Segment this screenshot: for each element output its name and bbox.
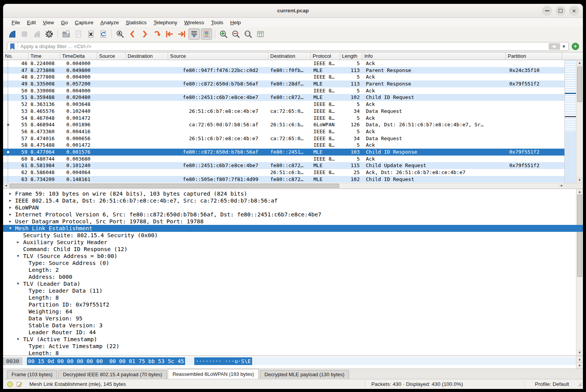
detail-line-18[interactable]: Data Version: 95 — [3, 315, 583, 322]
minimize-button[interactable] — [542, 6, 552, 16]
scroll-down-icon[interactable]: ▼ — [576, 362, 583, 369]
packet-row-57[interactable]: 578.4740160.00065626:51:c6:b7:e8:ce:4b:e… — [3, 135, 564, 142]
packet-row-50[interactable]: 508.3390080.004000IEEE 8…5Ack — [3, 87, 564, 94]
start-capture-button[interactable] — [7, 28, 18, 40]
display-filter-input[interactable]: Apply a display filter ... <Ctrl-/> ▼ — [7, 42, 569, 51]
restart-capture-button[interactable] — [31, 28, 42, 40]
expand-arrow-icon[interactable]: ▸ — [9, 218, 12, 225]
hex-bytes[interactable]: 00 15 0d 00 00 00 00 00 00 00 01 75 bb 5… — [27, 357, 185, 365]
column-header-no-0[interactable]: No. — [3, 52, 29, 60]
column-header-info-9[interactable]: Info — [362, 52, 506, 60]
save-file-button[interactable] — [73, 28, 84, 40]
column-header-length-8[interactable]: Length — [340, 52, 362, 60]
hscroll-track[interactable] — [9, 183, 559, 188]
detail-line-12[interactable]: Address: b000 — [3, 273, 583, 280]
byte-tab-3[interactable]: Decrypted MLE payload (130 bytes) — [260, 370, 349, 379]
collapse-arrow-icon[interactable]: ▾ — [17, 336, 19, 343]
go-first-packet-button[interactable] — [164, 28, 175, 40]
detail-line-8[interactable]: Command: Child ID Response (12) — [3, 246, 583, 253]
add-filter-button[interactable]: + — [572, 43, 579, 50]
packet-row-54[interactable]: 548.4670480.001472IEEE 8…5Ack — [3, 115, 564, 122]
packet-row-56[interactable]: 568.4733600.004416IEEE 8…5Ack — [3, 128, 564, 135]
find-packet-button[interactable]: A — [115, 28, 126, 40]
capture-options-button[interactable] — [44, 28, 55, 40]
zoom-out-button[interactable] — [230, 28, 241, 40]
packet-row-61[interactable]: 618.5819840.101240fe80::2451:c6b7:e8ce:4… — [3, 162, 564, 169]
detail-line-4[interactable]: ▸User Datagram Protocol, Src Port: 19788… — [3, 218, 583, 225]
detail-line-23[interactable]: Length: 8 — [3, 350, 583, 355]
packet-row-47[interactable]: 478.2738080.049800fe80::947f:f476:22bc:c… — [3, 67, 564, 74]
detail-line-13[interactable]: ▾TLV (Leader Data) — [3, 280, 583, 287]
packet-row-63[interactable]: 638.7342090.148161fe80::505e:f807:7f81:4… — [3, 176, 564, 183]
expand-arrow-icon[interactable]: ▸ — [9, 197, 12, 204]
resize-grip[interactable] — [577, 382, 582, 388]
title-bar[interactable]: current.pcap × — [3, 4, 583, 18]
zoom-in-button[interactable] — [218, 28, 229, 40]
detail-line-7[interactable]: ▸Auxiliary Security Header — [3, 239, 583, 246]
menu-item-view[interactable]: View — [39, 19, 57, 26]
menu-item-file[interactable]: File — [8, 19, 24, 26]
detail-line-9[interactable]: ▾TLV (Source Address = b0:00) — [3, 253, 583, 260]
detail-line-0[interactable]: ▸Frame 59: 103 bytes on wire (824 bits),… — [3, 190, 583, 197]
resize-columns-button[interactable] — [255, 28, 266, 40]
column-header-destination-4[interactable]: Destination — [126, 52, 168, 60]
packet-row-62[interactable]: 628.5860480.00406426:51:c6:b…IEEE 8…25Ac… — [3, 169, 564, 176]
maximize-button[interactable] — [556, 6, 566, 16]
menu-item-telephony[interactable]: Telephony — [150, 19, 181, 26]
scroll-left-icon[interactable]: ◀ — [3, 183, 9, 188]
packet-list-minimap[interactable] — [564, 60, 576, 183]
expand-arrow-icon[interactable]: ▸ — [9, 204, 12, 211]
byte-tab-2[interactable]: Reassembled 6LoWPAN (193 bytes) — [168, 369, 258, 379]
packet-row-49[interactable]: 498.3350080.057200fe80::c872:650d:b7b8:5… — [3, 80, 564, 87]
scroll-track[interactable] — [576, 66, 583, 177]
packet-row-59[interactable]: 598.4770640.001576fe80::c872:650d:b7b8:5… — [3, 149, 564, 156]
detail-line-22[interactable]: Type: Active Timestamp (22) — [3, 343, 583, 350]
filter-bookmark-icon[interactable] — [7, 42, 18, 50]
byte-tab-0[interactable]: Frame (103 bytes) — [7, 370, 57, 379]
menu-item-capture[interactable]: Capture — [71, 19, 97, 26]
menu-item-tools[interactable]: Tools — [208, 19, 227, 26]
scroll-right-icon[interactable]: ▶ — [559, 183, 565, 188]
detail-line-1[interactable]: ▸IEEE 802.15.4 Data, Dst: 26:51:c6:b7:e8… — [3, 197, 583, 204]
collapse-arrow-icon[interactable]: ▾ — [17, 253, 19, 260]
packet-row-55[interactable]: 558.4689440.001896ca:72:65:0d:b7:b8:56:a… — [3, 121, 564, 128]
detail-line-11[interactable]: Length: 2 — [3, 266, 583, 273]
apply-filter-button[interactable] — [549, 43, 560, 50]
menu-item-statistics[interactable]: Statistics — [122, 19, 150, 26]
column-header-timedelta-2[interactable]: TimeDelta — [60, 52, 97, 60]
menu-item-analyze[interactable]: Analyze — [97, 19, 122, 26]
auto-scroll-button[interactable] — [189, 28, 200, 40]
detail-line-10[interactable]: Type: Source Address (0) — [3, 260, 583, 266]
packet-row-58[interactable]: 588.4754880.001472IEEE 8…5Ack — [3, 142, 564, 149]
byte-tab-1[interactable]: Decrypted IEEE 802.15.4 payload (70 byte… — [58, 370, 167, 379]
packet-list-hscrollbar[interactable]: ◀ ▶ — [3, 183, 583, 188]
detail-line-19[interactable]: Stable Data Version: 3 — [3, 322, 583, 329]
scroll-up-icon[interactable]: ▲ — [576, 356, 583, 362]
detail-line-21[interactable]: ▾TLV (Active Timestamp) — [3, 336, 583, 343]
detail-line-15[interactable]: Length: 8 — [3, 294, 583, 301]
scroll-up-icon[interactable]: ▲ — [576, 60, 583, 66]
detail-line-16[interactable]: Partition ID: 0x79f551f2 — [3, 301, 583, 308]
menu-item-go[interactable]: Go — [57, 19, 71, 26]
expand-arrow-icon[interactable]: ▸ — [17, 239, 19, 246]
column-header-time-1[interactable]: Time — [29, 52, 60, 60]
detail-line-14[interactable]: Type: Leader Data (11) — [3, 287, 583, 294]
go-back-button[interactable] — [127, 28, 138, 40]
collapse-arrow-icon[interactable]: ▾ — [17, 280, 19, 287]
menu-item-help[interactable]: Help — [227, 19, 244, 26]
colorize-packets-button[interactable] — [201, 28, 212, 40]
reload-file-button[interactable] — [98, 28, 109, 40]
go-to-packet-button[interactable] — [152, 28, 163, 40]
status-profile[interactable]: Profile: Default — [535, 379, 569, 389]
scroll-thumb[interactable] — [577, 67, 582, 102]
detail-line-3[interactable]: ▸Internet Protocol Version 6, Src: fe80:… — [3, 211, 583, 218]
menu-item-wireless[interactable]: Wireless — [181, 19, 208, 26]
packet-row-60[interactable]: 608.4807440.003680IEEE 8…5Ack — [3, 156, 564, 162]
packet-list-vscrollbar[interactable]: ▲ ▼ — [576, 60, 583, 183]
packet-row-51[interactable]: 518.3594880.020480fe80::2451:c6b7:e8ce:4… — [3, 94, 564, 101]
packet-row-48[interactable]: 488.2778080.004000IEEE 8…5Ack — [3, 74, 564, 80]
column-header-source-3[interactable]: Source — [97, 52, 126, 60]
column-header-destination-6[interactable]: Destination — [268, 52, 311, 60]
detail-line-5[interactable]: ▾Mesh Link Establishment — [3, 225, 583, 232]
stop-capture-button[interactable] — [19, 28, 30, 40]
